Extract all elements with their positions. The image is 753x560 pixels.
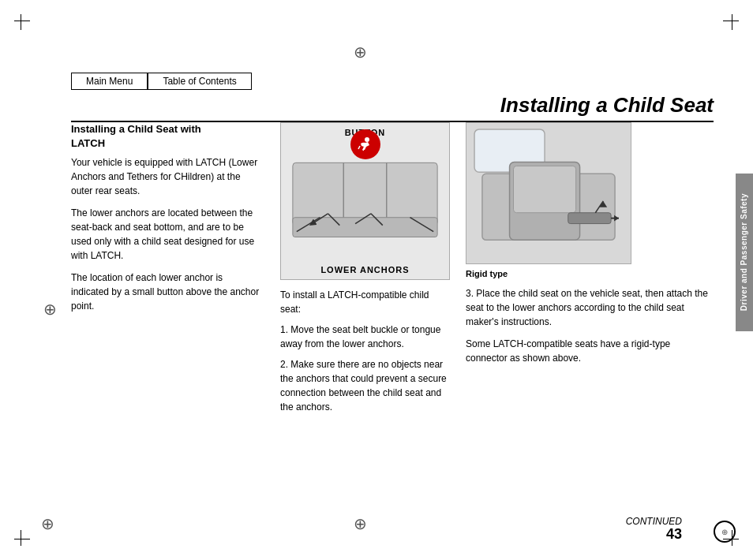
table-of-contents-button[interactable]: Table of Contents — [148, 73, 251, 90]
top-nav: Main Menu Table of Contents — [71, 73, 252, 90]
reg-mark-bottom — [355, 516, 371, 532]
svg-rect-17 — [514, 166, 576, 212]
section-heading: Installing a Child Seat with LATCH — [71, 122, 261, 151]
install-intro: To install a LATCH-compatible child seat… — [280, 288, 450, 316]
svg-point-0 — [365, 137, 369, 142]
content-area: Installing a Child Seat with LATCH Your … — [71, 122, 714, 513]
right-column: Rigid type 3. Place the child seat on th… — [458, 122, 714, 513]
svg-line-1 — [358, 146, 360, 149]
middle-text: To install a LATCH-compatible child seat… — [280, 288, 450, 414]
bottom-right-circle: ⊕ — [714, 521, 736, 543]
corner-mark-tl — [14, 14, 38, 38]
middle-column: BUTTON — [272, 122, 458, 513]
left-para-3: The location of each lower anchor is ind… — [71, 271, 261, 313]
main-title-area: Installing a Child Seat — [71, 93, 714, 122]
reg-mark-right — [43, 516, 58, 532]
svg-rect-18 — [568, 213, 611, 224]
latch-diagram-box: BUTTON — [280, 122, 450, 280]
step-1: 1. Move the seat belt buckle or tongue a… — [280, 323, 450, 351]
continued-label: CONTINUED — [626, 516, 682, 527]
left-para-1: Your vehicle is equipped with LATCH (Low… — [71, 155, 261, 198]
side-tab-label: Driver and Passenger Safety — [740, 193, 749, 311]
lower-anchors-label: LOWER ANCHORS — [320, 265, 409, 274]
side-tab: Driver and Passenger Safety — [736, 174, 753, 331]
latch-note: Some LATCH-compatible seats have a rigid… — [466, 337, 714, 365]
rigid-seat-illustration — [466, 123, 631, 263]
step-2: 2. Make sure there are no objects near t… — [280, 357, 450, 414]
left-column: Installing a Child Seat with LATCH Your … — [71, 122, 272, 513]
svg-rect-3 — [293, 162, 437, 225]
page-number: 43 — [666, 526, 682, 543]
left-para-2: The lower anchors are located between th… — [71, 206, 261, 263]
rigid-type-label: Rigid type — [466, 269, 714, 278]
right-text: 3. Place the child seat on the vehicle s… — [466, 286, 714, 365]
step-3: 3. Place the child seat on the vehicle s… — [466, 286, 714, 329]
reg-mark-left: ⊕ — [43, 300, 57, 319]
page-title: Installing a Child Seat — [500, 93, 714, 117]
main-menu-button[interactable]: Main Menu — [71, 73, 148, 90]
corner-mark-tr — [715, 14, 739, 38]
svg-line-2 — [363, 147, 365, 151]
rigid-type-diagram — [466, 122, 631, 264]
reg-mark-top — [355, 44, 371, 60]
latch-icon — [350, 129, 380, 159]
corner-mark-bl — [14, 522, 38, 546]
